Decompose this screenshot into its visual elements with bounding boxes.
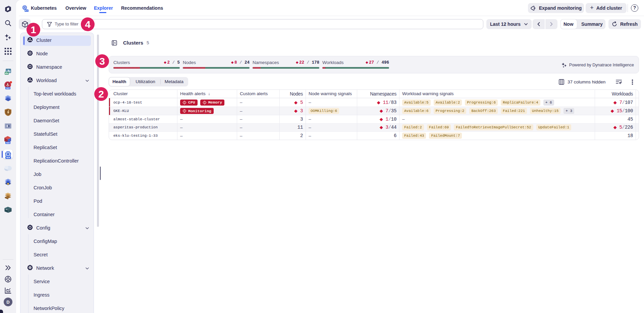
svg-text:18.17: 18.17: [24, 10, 29, 11]
